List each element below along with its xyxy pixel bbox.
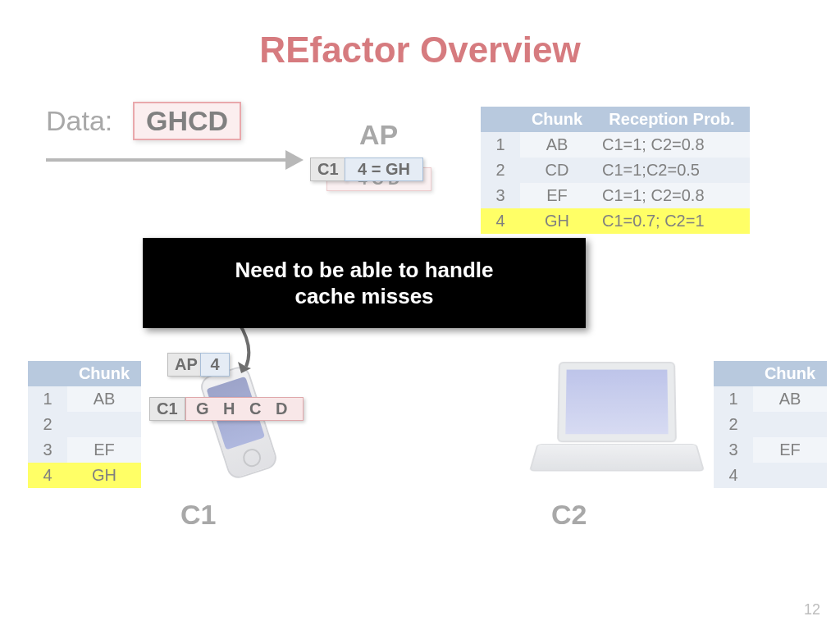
cell xyxy=(753,463,827,488)
cell: CD xyxy=(520,158,594,183)
cell: C1=1; C2=0.8 xyxy=(594,183,750,208)
ap-chip-source: C1 xyxy=(310,158,346,181)
cell: 1 xyxy=(714,386,753,412)
th-chunk: Chunk xyxy=(67,361,141,386)
c1-ghcd-chip: G H C D xyxy=(185,397,304,421)
overlay-line2: cache misses xyxy=(294,284,433,308)
phone-icon xyxy=(198,364,279,482)
cell: EF xyxy=(520,183,594,208)
cell: GH xyxy=(67,463,141,488)
cell: AB xyxy=(753,386,827,412)
overlay-line1: Need to be able to handle xyxy=(235,258,494,282)
cell: 4 xyxy=(714,463,753,488)
th-blank xyxy=(481,107,520,132)
cell: GH xyxy=(520,208,594,234)
cell: 4 xyxy=(481,208,520,234)
c1-label: C1 xyxy=(180,499,216,531)
arrow-to-c1 xyxy=(230,322,287,379)
cell xyxy=(67,412,141,437)
th-blank xyxy=(28,361,67,386)
cell: 3 xyxy=(481,183,520,208)
th-chunk: Chunk xyxy=(753,361,827,386)
cell: 2 xyxy=(481,158,520,183)
ap-chip-equation: 4 = GH xyxy=(345,158,423,181)
reception-table: Chunk Reception Prob. 1ABC1=1; C2=0.8 2C… xyxy=(481,107,750,234)
cell: 3 xyxy=(714,437,753,463)
cell: AB xyxy=(67,386,141,412)
arrow-incoming xyxy=(46,152,308,168)
laptop-icon xyxy=(533,361,697,484)
cell: 4 xyxy=(28,463,67,488)
cell: AB xyxy=(520,132,594,158)
cell: 2 xyxy=(28,412,67,437)
c1-chunk-table: Chunk 1AB 2 3EF 4GH xyxy=(28,361,141,488)
cell: C1=1; C2=0.8 xyxy=(594,132,750,158)
cell: 1 xyxy=(28,386,67,412)
slide-title: REfactor Overview xyxy=(0,30,840,71)
cell: C1=1;C2=0.5 xyxy=(594,158,750,183)
cell: 3 xyxy=(28,437,67,463)
th-reception: Reception Prob. xyxy=(594,107,750,132)
cell xyxy=(753,412,827,437)
th-chunk: Chunk xyxy=(520,107,594,132)
page-number: 12 xyxy=(804,601,820,619)
cell: EF xyxy=(67,437,141,463)
c2-chunk-table: Chunk 1AB 2 3EF 4 xyxy=(714,361,827,488)
data-value-box: GHCD xyxy=(133,102,241,140)
cell: 1 xyxy=(481,132,520,158)
c2-label: C2 xyxy=(551,499,587,531)
cell: EF xyxy=(753,437,827,463)
c1-num-chip: 4 xyxy=(200,353,230,377)
callout-overlay: Need to be able to handle cache misses xyxy=(143,238,586,328)
cell: 2 xyxy=(714,412,753,437)
ap-label: AP xyxy=(359,119,398,151)
data-label: Data: xyxy=(46,105,112,137)
cell: C1=0.7; C2=1 xyxy=(594,208,750,234)
th-blank xyxy=(714,361,753,386)
c1-source-chip: C1 xyxy=(149,397,185,421)
c1-ap-chip: AP xyxy=(167,353,205,377)
